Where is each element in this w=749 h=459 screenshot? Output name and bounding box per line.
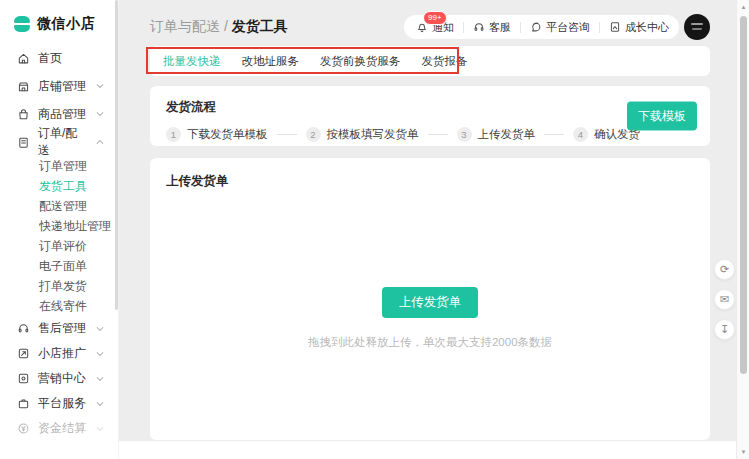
briefcase-icon	[17, 397, 30, 410]
sidebar-item-order-delivery[interactable]: 订单/配送	[0, 128, 118, 156]
chevron-down-icon	[96, 82, 104, 90]
growth-doc-icon	[609, 21, 621, 33]
wechat-store-logo-icon	[14, 16, 30, 32]
step-number: 2	[306, 127, 321, 142]
sidebar-item-print-ship[interactable]: 打单发货	[0, 276, 118, 296]
scrollbar-thumb[interactable]	[740, 16, 747, 374]
scroll-up-arrow[interactable]: ▲	[737, 4, 749, 10]
chevron-up-icon	[96, 138, 104, 146]
process-title: 发货流程	[166, 99, 694, 116]
feedback-button[interactable]: ✉	[714, 289, 735, 310]
platform-consult-button[interactable]: 平台咨询	[530, 20, 590, 35]
sidebar-item-shop-management[interactable]: 店铺管理	[0, 72, 118, 100]
sidebar-item-platform-services[interactable]: 平台服务	[0, 391, 118, 416]
sidebar-item-marketing-center[interactable]: 营销中心	[0, 366, 118, 391]
page-scrollbar[interactable]: ▲ ▼	[736, 0, 749, 459]
sidebar-item-aftersale[interactable]: 售后管理	[0, 316, 118, 341]
shipping-tools-tabs: 批量发快递 改地址服务 发货前换货服务 发货报备	[150, 46, 710, 76]
sidebar-item-delivery-management[interactable]: 配送管理	[0, 196, 118, 216]
headset-icon	[473, 21, 485, 33]
tab-pre-ship-exchange[interactable]: 发货前换货服务	[320, 54, 401, 69]
download-template-button[interactable]: 下载模板	[627, 102, 697, 131]
step-label: 下载发货单模板	[187, 127, 268, 142]
app-logo: 微信小店	[0, 0, 118, 44]
step-label: 按模板填写发货单	[327, 127, 419, 142]
promotion-arrow-icon	[17, 347, 30, 360]
bag-icon	[17, 108, 30, 121]
step-label: 上传发货单	[478, 127, 536, 142]
tab-change-address[interactable]: 改地址服务	[242, 54, 300, 69]
page-title: 发货工具	[232, 18, 288, 34]
growth-center-button[interactable]: 成长中心	[609, 20, 669, 35]
feedback-envelope-icon: ✉	[720, 293, 729, 305]
store-avatar[interactable]	[684, 14, 710, 40]
sidebar-item-funds-settlement[interactable]: 资金结算	[0, 416, 118, 441]
storefront-icon	[17, 80, 30, 93]
step-number: 3	[457, 127, 472, 142]
download-button[interactable]: ↧	[714, 319, 735, 340]
notifications-button[interactable]: 通知 99+	[416, 20, 454, 35]
shipping-process-card: 发货流程 1 下载发货单模板 2 按模板填写发货单 3 上传发货单 4 确认发货…	[150, 86, 710, 146]
notification-badge: 99+	[423, 11, 447, 25]
sidebar-item-order-reviews[interactable]: 订单评价	[0, 236, 118, 256]
main-area: 订单与配送 / 发货工具 通知 99+ 客服	[119, 0, 736, 459]
customer-service-button[interactable]: 客服	[473, 20, 511, 35]
upload-title: 上传发货单	[166, 173, 694, 190]
tab-batch-express[interactable]: 批量发快递	[163, 54, 221, 69]
chevron-down-icon	[96, 400, 104, 408]
chevron-down-icon	[96, 425, 104, 433]
scroll-down-arrow[interactable]: ▼	[737, 449, 749, 455]
sidebar-item-order-management[interactable]: 订单管理	[0, 156, 118, 176]
upload-invoice-card: 上传发货单 上传发货单 拖拽到此处释放上传，单次最大支持2000条数据	[150, 158, 710, 440]
sidebar-nav: 首页 店铺管理 商品管理 订单/配送 订单管理 发货工具 配送管理 快递地址管理	[0, 44, 118, 441]
tab-ship-report[interactable]: 发货报备	[422, 54, 468, 69]
headset-icon	[17, 322, 30, 335]
step-number: 1	[166, 127, 181, 142]
sidebar-item-online-shipping[interactable]: 在线寄件	[0, 296, 118, 316]
yuan-coin-icon	[17, 422, 30, 435]
home-icon	[17, 52, 30, 65]
chevron-down-icon	[96, 325, 104, 333]
marketing-icon	[17, 372, 30, 385]
sidebar-item-home[interactable]: 首页	[0, 44, 118, 72]
topbar-pill: 通知 99+ 客服 平台咨询	[404, 15, 679, 39]
refresh-icon: ⟳	[720, 263, 729, 275]
breadcrumb-parent[interactable]: 订单与配送	[150, 18, 220, 34]
sidebar: 微信小店 首页 店铺管理 商品管理 订单/配送 订单管理	[0, 0, 119, 459]
step-number: 4	[573, 127, 588, 142]
chevron-down-icon	[96, 350, 104, 358]
sidebar-item-e-waybill[interactable]: 电子面单	[0, 256, 118, 276]
chat-bubble-icon	[530, 21, 542, 33]
process-steps: 1 下载发货单模板 2 按模板填写发货单 3 上传发货单 4 确认发货	[166, 127, 694, 142]
upload-invoice-button[interactable]: 上传发货单	[382, 287, 479, 318]
chevron-down-icon	[96, 375, 104, 383]
refresh-button[interactable]: ⟳	[714, 259, 735, 280]
breadcrumb: 订单与配送 / 发货工具	[150, 18, 288, 36]
order-list-icon	[17, 136, 30, 149]
app-window: 微信小店 首页 店铺管理 商品管理 订单/配送 订单管理	[0, 0, 749, 459]
sidebar-item-shipping-tools[interactable]: 发货工具	[0, 176, 118, 196]
download-icon: ↧	[720, 323, 729, 335]
upload-hint: 拖拽到此处释放上传，单次最大支持2000条数据	[308, 335, 552, 350]
sidebar-scrollbar-thumb[interactable]	[115, 0, 118, 310]
chevron-down-icon	[96, 110, 104, 118]
sidebar-item-product-management[interactable]: 商品管理	[0, 100, 118, 128]
app-title: 微信小店	[37, 15, 95, 33]
floating-actions: ⟳ ✉ ↧	[714, 259, 735, 340]
breadcrumb-separator: /	[224, 18, 228, 34]
sidebar-item-express-address[interactable]: 快递地址管理	[0, 216, 118, 236]
sidebar-item-store-promotion[interactable]: 小店推广	[0, 341, 118, 366]
